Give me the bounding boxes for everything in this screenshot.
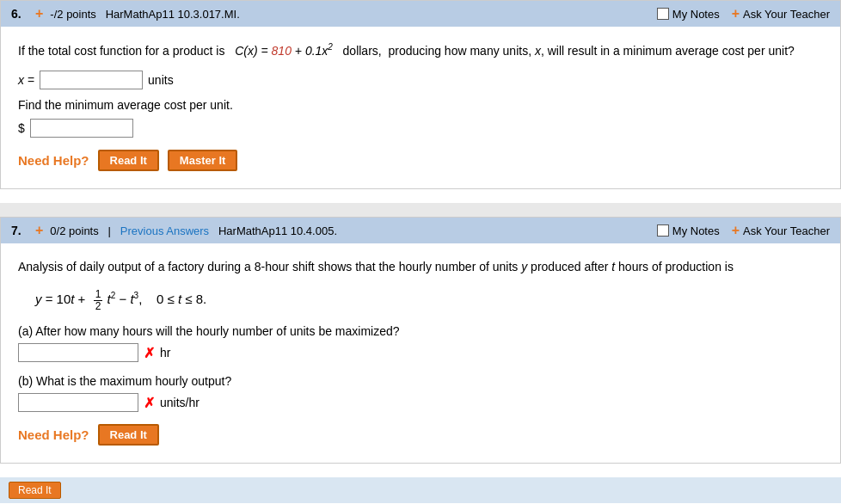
header-left-6: 6. + -/2 points HarMathAp11 10.3.017.MI. [11,6,240,22]
header-left-7: 7. + 0/2 points | Previous Answers HarMa… [11,223,337,238]
part-b-input-row: ✗ units/hr [18,393,823,412]
need-help-label-6: Need Help? [18,153,89,168]
sub-question-b: (b) What is the maximum hourly output? ✗… [18,374,823,412]
my-notes-7[interactable]: My Notes [657,224,720,237]
min-cost-input[interactable] [30,119,133,138]
notes-checkbox-7[interactable] [657,224,669,237]
master-it-button-6[interactable]: Master It [168,150,237,171]
course-text-7: HarMathAp11 10.4.005. [218,224,337,237]
cost-func-6: C(x) = 810 + 0.1x2 [235,44,333,58]
need-help-7: Need Help? Read It [18,424,823,446]
formula-block-7: y = 10t + 1 2 t2 − t3, 0 ≤ t ≤ 8. [35,286,823,312]
hr-label: hr [160,346,170,360]
find-text-6: Find the minimum average cost per unit. [18,98,823,112]
course-text-6: HarMathAp11 10.3.017.MI. [106,8,240,21]
part-b-label: (b) What is the maximum hourly output? [18,374,823,388]
x-label: x = [18,73,34,87]
dollar-row-6: $ [18,119,823,138]
ask-teacher-plus-7: + [732,223,740,238]
question-7: 7. + 0/2 points | Previous Answers HarMa… [0,217,841,464]
cost-unit-6: dollars, producing how many units, x, wi… [343,44,795,58]
need-help-6: Need Help? Read It Master It [18,150,823,171]
points-info-6: -/2 points HarMathAp11 10.3.017.MI. [50,8,239,21]
my-notes-label-6: My Notes [672,8,720,21]
divider [0,203,841,217]
prev-answers-link-7[interactable]: Previous Answers [120,224,209,237]
x-input[interactable] [40,71,143,89]
question-7-header: 7. + 0/2 points | Previous Answers HarMa… [1,218,840,243]
error-icon-a: ✗ [144,345,155,361]
header-right-6: My Notes + Ask Your Teacher [657,6,830,22]
question-6-text: If the total cost function for a product… [18,40,823,60]
notes-checkbox-6[interactable] [657,8,669,20]
units-hr-label: units/hr [160,396,200,409]
intro-text-7: Analysis of daily output of a factory du… [18,260,734,274]
plus-icon-6[interactable]: + [35,6,43,22]
need-help-label-7: Need Help? [18,427,89,442]
question-6-header: 6. + -/2 points HarMathAp11 10.3.017.MI.… [1,1,840,27]
fraction-7: 1 2 [94,289,103,312]
question-7-body: Analysis of daily output of a factory du… [1,243,840,463]
question-number-6: 6. [11,7,28,21]
ask-teacher-7[interactable]: + Ask Your Teacher [732,223,830,238]
units-label-6: units [148,73,174,87]
sub-question-a: (a) After how many hours will the hourly… [18,324,823,362]
points-info-7: 0/2 points | Previous Answers HarMathAp1… [50,224,337,237]
x-input-row: x = units [18,71,823,89]
part-a-input-row: ✗ hr [18,343,823,362]
bottom-read-it-button[interactable]: Read It [9,482,61,499]
question-number-7: 7. [11,224,28,237]
part-b-input[interactable] [18,393,138,412]
header-right-7: My Notes + Ask Your Teacher [657,223,830,238]
ask-teacher-6[interactable]: + Ask Your Teacher [732,6,830,22]
part-a-input[interactable] [18,343,138,362]
read-it-button-7[interactable]: Read It [98,424,159,446]
separator-7: | [108,224,111,237]
fraction-num-7: 1 [94,289,103,301]
question-6-body: If the total cost function for a product… [1,27,840,188]
plus-icon-7[interactable]: + [35,223,43,238]
part-a-label: (a) After how many hours will the hourly… [18,324,823,338]
my-notes-6[interactable]: My Notes [657,8,720,21]
question-7-text: Analysis of daily output of a factory du… [18,257,823,276]
dollar-label-6: $ [18,121,25,135]
bottom-nav: Read It [0,477,841,503]
ask-teacher-plus-6: + [732,6,740,22]
fraction-den-7: 2 [94,301,103,312]
read-it-button-6[interactable]: Read It [98,150,159,171]
error-icon-b: ✗ [144,395,155,411]
ask-teacher-label-6: Ask Your Teacher [743,8,830,21]
my-notes-label-7: My Notes [672,224,720,237]
ask-teacher-label-7: Ask Your Teacher [743,224,830,237]
intro-text-6: If the total cost function for a product… [18,44,224,58]
question-6: 6. + -/2 points HarMathAp11 10.3.017.MI.… [0,0,841,189]
points-text-7: 0/2 points [50,224,98,237]
points-text-6: -/2 points [50,8,95,21]
